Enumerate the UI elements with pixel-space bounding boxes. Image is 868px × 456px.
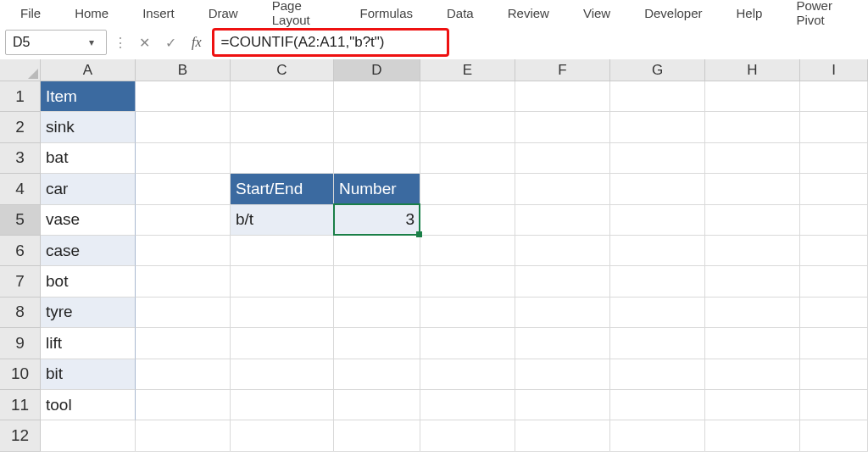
cell-B1[interactable]	[136, 81, 231, 112]
cell-F12[interactable]	[515, 420, 610, 451]
col-header-D[interactable]: D	[334, 59, 420, 81]
cell-I2[interactable]	[800, 112, 868, 142]
cell-E5[interactable]	[420, 205, 515, 236]
tab-draw[interactable]: Draw	[193, 4, 253, 22]
cell-B2[interactable]	[136, 112, 231, 142]
cell-H10[interactable]	[705, 359, 800, 390]
formula-enter-button[interactable]: ✓	[160, 35, 181, 51]
cell-I8[interactable]	[800, 298, 868, 328]
cell-E4[interactable]	[420, 174, 515, 204]
cell-G1[interactable]	[610, 81, 705, 112]
cell-C8[interactable]	[231, 298, 334, 328]
cell-H4[interactable]	[705, 174, 800, 204]
cell-A3[interactable]: bat	[41, 143, 136, 174]
cell-I3[interactable]	[800, 143, 868, 174]
cell-I11[interactable]	[800, 390, 868, 420]
col-header-A[interactable]: A	[41, 59, 136, 81]
cell-G2[interactable]	[610, 112, 705, 142]
cell-H3[interactable]	[705, 143, 800, 174]
col-header-H[interactable]: H	[705, 59, 800, 81]
cell-E9[interactable]	[420, 328, 515, 359]
row-header-10[interactable]: 10	[0, 359, 41, 390]
tab-review[interactable]: Review	[492, 4, 565, 22]
cell-A7[interactable]: bot	[41, 266, 136, 297]
cell-F9[interactable]	[515, 328, 610, 359]
cell-G11[interactable]	[610, 390, 705, 420]
cell-C11[interactable]	[231, 390, 334, 420]
col-header-B[interactable]: B	[136, 59, 231, 81]
row-header-2[interactable]: 2	[0, 112, 41, 142]
cell-F10[interactable]	[515, 359, 610, 390]
cell-G10[interactable]	[610, 359, 705, 390]
formula-cancel-button[interactable]: ✕	[134, 35, 155, 51]
cell-A6[interactable]: case	[41, 236, 136, 266]
cell-G4[interactable]	[610, 174, 705, 204]
cell-I7[interactable]	[800, 266, 868, 297]
cell-H1[interactable]	[705, 81, 800, 112]
cell-I5[interactable]	[800, 205, 868, 236]
row-header-3[interactable]: 3	[0, 143, 41, 174]
cell-B12[interactable]	[136, 420, 231, 451]
cell-F6[interactable]	[515, 236, 610, 266]
cell-H11[interactable]	[705, 390, 800, 420]
cell-I10[interactable]	[800, 359, 868, 390]
cell-E1[interactable]	[420, 81, 515, 112]
cell-B9[interactable]	[136, 328, 231, 359]
cell-D11[interactable]	[334, 390, 420, 420]
cell-H9[interactable]	[705, 328, 800, 359]
cell-E3[interactable]	[420, 143, 515, 174]
cell-A2[interactable]: sink	[41, 112, 136, 142]
cell-A10[interactable]: bit	[41, 359, 136, 390]
cell-C10[interactable]	[231, 359, 334, 390]
cell-I6[interactable]	[800, 236, 868, 266]
cell-G6[interactable]	[610, 236, 705, 266]
cell-A9[interactable]: lift	[41, 328, 136, 359]
cell-E10[interactable]	[420, 359, 515, 390]
row-header-12[interactable]: 12	[0, 420, 41, 451]
cell-F8[interactable]	[515, 298, 610, 328]
name-box[interactable]: D5 ▾	[5, 30, 107, 55]
row-header-7[interactable]: 7	[0, 266, 41, 297]
cell-D5[interactable]: 3	[334, 205, 420, 236]
row-header-11[interactable]: 11	[0, 390, 41, 420]
cell-A8[interactable]: tyre	[41, 298, 136, 328]
cell-A1[interactable]: Item	[41, 81, 136, 112]
cell-G12[interactable]	[610, 420, 705, 451]
cell-D10[interactable]	[334, 359, 420, 390]
cell-D4[interactable]: Number	[334, 174, 420, 204]
cell-B6[interactable]	[136, 236, 231, 266]
tab-page-layout[interactable]: Page Layout	[257, 0, 342, 29]
cell-F3[interactable]	[515, 143, 610, 174]
cell-E6[interactable]	[420, 236, 515, 266]
tab-help[interactable]: Help	[721, 4, 778, 22]
cell-I1[interactable]	[800, 81, 868, 112]
tab-power-pivot[interactable]: Power Pivot	[781, 0, 863, 29]
cell-B3[interactable]	[136, 143, 231, 174]
cell-A5[interactable]: vase	[41, 205, 136, 236]
row-header-9[interactable]: 9	[0, 328, 41, 359]
row-header-1[interactable]: 1	[0, 81, 41, 112]
cell-C3[interactable]	[231, 143, 334, 174]
cell-I12[interactable]	[800, 420, 868, 451]
cell-B4[interactable]	[136, 174, 231, 204]
cell-I9[interactable]	[800, 328, 868, 359]
cell-C6[interactable]	[231, 236, 334, 266]
col-header-G[interactable]: G	[610, 59, 705, 81]
row-header-6[interactable]: 6	[0, 236, 41, 266]
cell-C4[interactable]: Start/End	[231, 174, 334, 204]
cell-B7[interactable]	[136, 266, 231, 297]
row-header-8[interactable]: 8	[0, 298, 41, 328]
cell-H2[interactable]	[705, 112, 800, 142]
cell-G3[interactable]	[610, 143, 705, 174]
cell-A11[interactable]: tool	[41, 390, 136, 420]
chevron-down-icon[interactable]: ▾	[82, 36, 101, 48]
cell-D7[interactable]	[334, 266, 420, 297]
cell-D8[interactable]	[334, 298, 420, 328]
cell-H8[interactable]	[705, 298, 800, 328]
row-header-5[interactable]: 5	[0, 205, 41, 236]
tab-insert[interactable]: Insert	[127, 4, 190, 22]
cell-E8[interactable]	[420, 298, 515, 328]
col-header-C[interactable]: C	[231, 59, 334, 81]
cell-G8[interactable]	[610, 298, 705, 328]
cell-C12[interactable]	[231, 420, 334, 451]
